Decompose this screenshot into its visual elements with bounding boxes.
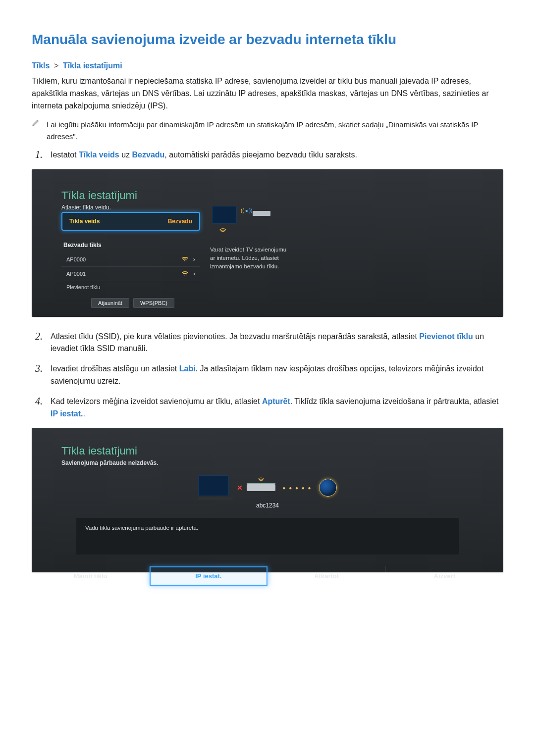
x-fail-icon: ✕ <box>237 484 243 492</box>
radio-waves-icon: ((●)) <box>241 207 252 214</box>
connection-dots-icon: ● ● ● ● ● <box>282 485 312 491</box>
globe-icon <box>319 479 337 497</box>
step-number-3: 3. <box>32 363 43 374</box>
breadcrumb-sep: > <box>54 61 58 70</box>
svg-point-0 <box>185 259 187 261</box>
page-title: Manuāla savienojuma izveide ar bezvadu i… <box>32 32 503 48</box>
step-text-4: Kad televizors mēģina izveidot savienoju… <box>51 396 503 420</box>
connection-diagram: ((●)) <box>210 204 299 237</box>
ssid-name: abc1234 <box>61 502 474 509</box>
term-apturet: Apturēt <box>262 397 290 405</box>
router-icon <box>253 211 270 216</box>
breadcrumb: Tīkls > Tīkla iestatījumi <box>32 61 503 70</box>
tv-icon <box>212 206 237 224</box>
term-ip-iestat: IP iestat. <box>51 409 83 418</box>
term-bezvadu: Bezvadu <box>132 151 165 159</box>
router-icon <box>247 484 275 491</box>
step-number-2: 2. <box>32 331 43 342</box>
chevron-right-icon: › <box>193 255 195 263</box>
breadcrumb-b: Tīkla iestatījumi <box>63 61 122 70</box>
add-network-row[interactable]: Pievienot tīklu <box>61 281 200 293</box>
step-number-1: 1. <box>32 149 43 160</box>
panel1-help: ((●)) Varat izveidot TV savienojumu ar i… <box>210 204 299 271</box>
wps-button[interactable]: WPS(PBC) <box>133 298 174 308</box>
step-number-4: 4. <box>32 396 43 407</box>
screenshot-network-select: Tīkla iestatījumi Atlasiet tīkla veidu. … <box>32 169 503 317</box>
network-type-field[interactable]: Tīkla veids Bezvadu <box>61 212 200 231</box>
svg-point-1 <box>185 274 187 276</box>
tv-icon <box>198 475 229 496</box>
close-button[interactable]: Aizvērt <box>386 566 503 586</box>
step-text-1: Iestatot Tīkla veids uz Bezvadu, automāt… <box>51 149 357 161</box>
network-type-value: Bezvadu <box>168 218 192 225</box>
wifi-lock-icon <box>181 270 188 278</box>
breadcrumb-a: Tīkls <box>32 61 50 70</box>
chevron-right-icon: › <box>193 270 195 277</box>
wifi-lock-icon <box>181 255 188 263</box>
change-network-button[interactable]: Mainīt tīklu <box>32 566 150 586</box>
status-message: Vadu tīkla savienojuma pārbaude ir aptur… <box>76 518 459 554</box>
wifi-ssid: AP0000 <box>66 256 86 262</box>
screenshot-connection-failed: Tīkla iestatījumi Savienojuma pārbaude n… <box>32 428 503 572</box>
intro-text: Tīkliem, kuru izmantošanai ir nepiecieša… <box>32 75 503 112</box>
wifi-ssid: AP0001 <box>66 271 86 277</box>
retry-button[interactable]: Atkārtot <box>268 566 386 586</box>
panel2-sub: Savienojuma pārbaude neizdevās. <box>61 459 474 466</box>
pencil-icon <box>32 119 40 129</box>
connection-status-diagram: ✕ ● ● ● ● ● <box>61 475 474 500</box>
refresh-button[interactable]: Atjaunināt <box>91 298 129 308</box>
wifi-list-head: Bezvadu tīkls <box>63 242 200 249</box>
network-type-label: Tīkla veids <box>69 218 100 225</box>
note-text: Lai iegūtu plašāku informāciju par dinam… <box>47 119 503 142</box>
ip-settings-button[interactable]: IP iestat. <box>150 566 268 586</box>
wifi-row[interactable]: AP0000 › <box>61 252 200 267</box>
panel2-title: Tīkla iestatījumi <box>61 445 474 457</box>
wifi-row[interactable]: AP0001 › <box>61 267 200 281</box>
panel1-title: Tīkla iestatījumi <box>61 189 474 202</box>
step-text-3: Ievadiet drošības atslēgu un atlasiet La… <box>51 363 503 388</box>
term-pievienot-tiklu: Pievienot tīklu <box>419 332 473 341</box>
term-tikla-veids: Tīkla veids <box>79 151 119 159</box>
wifi-emit-icon <box>219 226 227 236</box>
step-text-2: Atlasiet tīklu (SSID), pie kura vēlaties… <box>51 331 503 355</box>
term-labi: Labi <box>179 364 196 373</box>
note: Lai iegūtu plašāku informāciju par dinam… <box>32 119 503 142</box>
